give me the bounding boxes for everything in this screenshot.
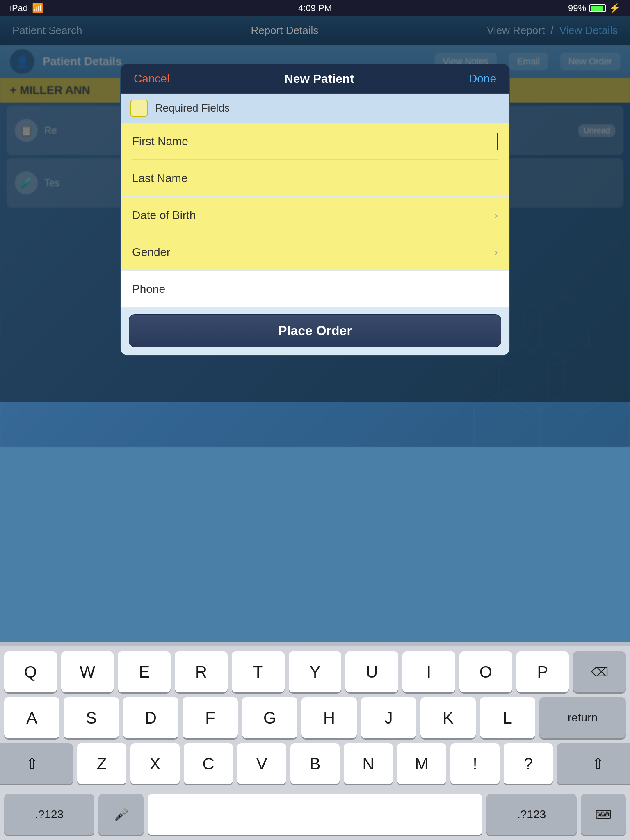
key-e[interactable]: E [118, 651, 171, 692]
device-label: iPad [10, 3, 28, 14]
keyboard: Q W E R T Y U I O P ⌫ A S D F G H J K L … [0, 642, 630, 840]
key-w[interactable]: W [61, 651, 114, 692]
key-a[interactable]: A [4, 697, 59, 738]
keyboard-rows: Q W E R T Y U I O P ⌫ A S D F G H J K L … [0, 646, 630, 794]
shift-key-right[interactable]: ⇧ [557, 743, 630, 784]
key-z[interactable]: Z [77, 743, 126, 784]
keyboard-row-3: ⇧ Z X C V B N M ! ? ⇧ [4, 743, 626, 784]
keyboard-top-bar [0, 642, 630, 646]
phone-field[interactable]: Phone [121, 271, 509, 308]
keyboard-bottom-row: .?123 🎤 .?123 ⌨ [0, 794, 630, 840]
gender-label: Gender [132, 246, 494, 259]
key-b[interactable]: B [290, 743, 340, 784]
place-order-row: Place Order [121, 308, 509, 355]
new-patient-modal: Cancel New Patient Done Required Fields … [120, 64, 510, 356]
keyboard-dismiss-key[interactable]: ⌨ [581, 794, 626, 835]
charging-icon: ⚡ [609, 3, 620, 14]
keyboard-row-2: A S D F G H J K L return [4, 697, 626, 738]
key-p[interactable]: P [516, 651, 569, 692]
key-f[interactable]: F [183, 697, 238, 738]
key-q[interactable]: Q [4, 651, 57, 692]
key-y[interactable]: Y [289, 651, 342, 692]
key-n[interactable]: N [344, 743, 393, 784]
keyboard-row-1: Q W E R T Y U I O P ⌫ [4, 651, 626, 692]
mic-key[interactable]: 🎤 [98, 794, 144, 835]
status-time: 4:09 PM [298, 3, 332, 14]
space-key[interactable] [148, 794, 482, 835]
delete-key[interactable]: ⌫ [573, 651, 626, 692]
wifi-icon: 📶 [32, 3, 43, 14]
key-r[interactable]: R [175, 651, 228, 692]
status-left: iPad 📶 [10, 3, 43, 14]
phone-label: Phone [132, 283, 498, 296]
first-name-field[interactable]: First Name [121, 123, 509, 160]
key-v[interactable]: V [237, 743, 286, 784]
battery-icon [589, 4, 606, 12]
key-u[interactable]: U [345, 651, 398, 692]
form-fields: First Name Last Name Date of Birth › Gen… [121, 123, 509, 308]
required-fields-label: Required Fields [155, 102, 230, 114]
key-k[interactable]: K [420, 697, 476, 738]
key-t[interactable]: T [232, 651, 285, 692]
battery-percent: 99% [568, 3, 586, 14]
status-right: 99% ⚡ [568, 3, 620, 14]
last-name-label: Last Name [132, 172, 498, 185]
modal-title: New Patient [284, 72, 354, 86]
date-of-birth-label: Date of Birth [132, 209, 494, 222]
key-exclaim[interactable]: ! [450, 743, 500, 784]
key-o[interactable]: O [459, 651, 512, 692]
place-order-button[interactable]: Place Order [129, 314, 501, 347]
key-c[interactable]: C [184, 743, 233, 784]
key-s[interactable]: S [64, 697, 119, 738]
date-of-birth-field[interactable]: Date of Birth › [121, 197, 509, 234]
key-h[interactable]: H [301, 697, 357, 738]
modal-body: Required Fields First Name Last Name Dat… [121, 94, 509, 355]
required-fields-row: Required Fields [121, 94, 509, 123]
key-g[interactable]: G [242, 697, 297, 738]
gender-field[interactable]: Gender › [121, 234, 509, 271]
chevron-right-icon-gender: › [494, 246, 498, 259]
key-d[interactable]: D [123, 697, 178, 738]
chevron-right-icon: › [494, 209, 498, 222]
shift-key[interactable]: ⇧ [0, 743, 73, 784]
key-l[interactable]: L [480, 697, 535, 738]
required-checkbox [130, 100, 148, 117]
cancel-button[interactable]: Cancel [134, 72, 169, 85]
text-cursor [497, 133, 498, 150]
key-j[interactable]: J [361, 697, 416, 738]
key-m[interactable]: M [397, 743, 446, 784]
num-key-left[interactable]: .?123 [4, 794, 94, 835]
status-bar: iPad 📶 4:09 PM 99% ⚡ [0, 0, 630, 16]
key-question[interactable]: ? [504, 743, 553, 784]
last-name-field[interactable]: Last Name [121, 160, 509, 197]
return-key[interactable]: return [539, 697, 626, 738]
modal-header: Cancel New Patient Done [121, 64, 509, 94]
done-button[interactable]: Done [469, 72, 496, 85]
first-name-label: First Name [132, 135, 494, 148]
num-key-right[interactable]: .?123 [486, 794, 577, 835]
key-x[interactable]: X [130, 743, 180, 784]
key-i[interactable]: I [402, 651, 455, 692]
